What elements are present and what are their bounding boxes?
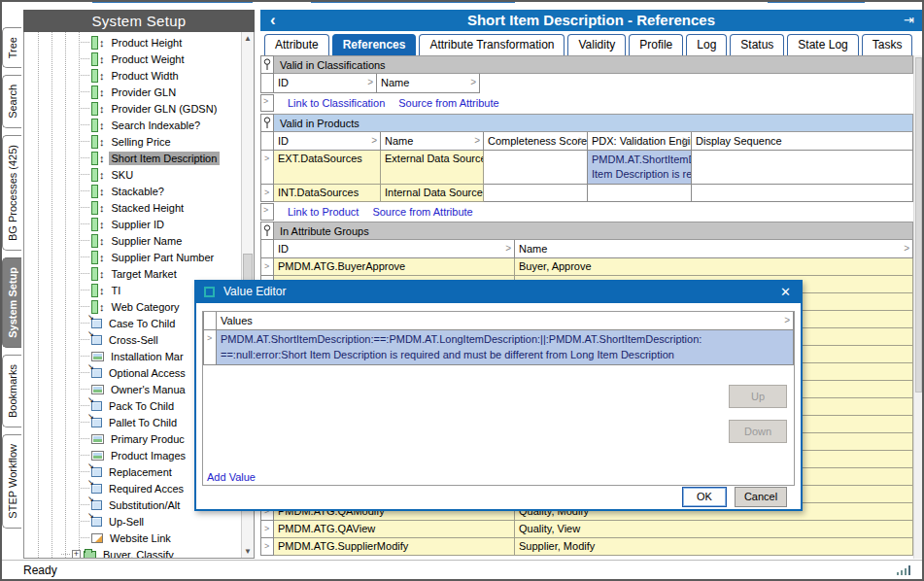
tree-item[interactable]: Search Indexable? [24, 117, 254, 133]
tree-item[interactable]: Buyer, Classify [24, 546, 254, 559]
row-handle[interactable] [260, 258, 274, 276]
cell-id[interactable]: PMDM.ATG.QAView [274, 521, 515, 538]
row-handle[interactable] [260, 151, 274, 185]
panel-tab[interactable]: Attribute Transformation [419, 34, 565, 55]
table-row[interactable]: INT.DataSources Internal Data Sources [260, 185, 913, 202]
column-header-pdx-validation-engine[interactable]: PDX: Validation Engine [588, 132, 692, 151]
column-header-name[interactable]: Name [377, 74, 480, 93]
column-header-id[interactable]: ID [274, 240, 515, 258]
link-to-classification-link[interactable]: Link to Classification [288, 97, 385, 109]
scroll-down-icon[interactable]: ▼ [242, 545, 254, 558]
row-handle[interactable] [260, 185, 274, 202]
column-header-values[interactable]: Values [217, 312, 794, 330]
panel-tab[interactable]: Attribute [264, 34, 329, 55]
dialog-title-bar[interactable]: Value Editor ✕ [196, 282, 801, 303]
attribute-icon [91, 152, 105, 165]
tree-item[interactable]: SKU [24, 166, 254, 183]
tree-item[interactable]: Stackable? [24, 183, 254, 199]
image-icon [91, 352, 104, 361]
left-tab[interactable]: BG Processes (425) [2, 135, 21, 251]
panel-tab[interactable]: References [332, 34, 417, 55]
column-header-name[interactable]: Name [515, 240, 913, 258]
panel-tab[interactable]: Log [686, 34, 727, 55]
cell-name[interactable]: Supplier, Modify [515, 538, 913, 556]
cell-id[interactable]: INT.DataSources [274, 185, 381, 202]
up-button[interactable]: Up [729, 385, 787, 408]
attribute-icon [91, 85, 105, 99]
tree-item[interactable]: Selling Price [24, 133, 254, 150]
add-value-link[interactable]: Add Value [207, 471, 256, 483]
column-header-id[interactable]: ID [274, 74, 377, 93]
down-button[interactable]: Down [729, 420, 787, 443]
section-valid-in-products: Valid in Products [260, 114, 913, 132]
cell-name[interactable]: Quality, View [515, 521, 913, 538]
row-handle[interactable] [260, 538, 274, 556]
cell-completeness-score[interactable] [484, 151, 588, 185]
cell-pdx-validation-engine[interactable]: PMDM.AT.ShortItemDescripti Item Descript… [588, 151, 692, 185]
tree-item-label: Installation Mar [108, 350, 187, 363]
cell-display-sequence[interactable] [692, 185, 913, 202]
row-handle[interactable] [260, 94, 274, 112]
tree-item-label: Provider GLN [109, 85, 180, 99]
cell-completeness-score[interactable] [484, 185, 588, 202]
tree-item[interactable]: Website Link [24, 530, 254, 546]
panel-tab[interactable]: State Log [787, 34, 858, 55]
table-row[interactable]: PMDM.ATG.QAView Quality, View [260, 521, 913, 538]
tree-item-label: Product Width [109, 69, 182, 83]
panel-tab[interactable]: Validity [567, 34, 626, 55]
value-cell[interactable]: PMDM.AT.ShortItemDescription:==:PMDM.AT.… [217, 330, 794, 365]
tree-item[interactable]: Product Width [24, 67, 254, 84]
table-row[interactable]: EXT.DataSources External Data Sources PM… [260, 151, 913, 185]
window-top-fragment [768, 0, 865, 3]
cell-name[interactable]: Internal Data Sources [381, 185, 484, 202]
tree-item[interactable]: Supplier Name [24, 232, 254, 249]
panel-tab[interactable]: Status [730, 34, 784, 55]
table-row[interactable]: PMDM.ATG.BuyerApprove Buyer, Approve [260, 258, 913, 276]
tree-item[interactable]: Supplier Part Number [24, 249, 254, 265]
tree-item[interactable]: Up-Sell [24, 513, 254, 530]
left-tab[interactable]: System Setup [2, 257, 21, 348]
left-tab[interactable]: Tree [2, 27, 21, 68]
tree-item[interactable]: Product Height [24, 34, 254, 51]
cell-id[interactable]: EXT.DataSources [274, 151, 381, 185]
cell-display-sequence[interactable] [692, 151, 913, 185]
scrollbar-thumb[interactable] [915, 57, 922, 393]
attribute-icon [91, 119, 105, 132]
left-tab[interactable]: STEP Workflow [2, 434, 21, 529]
expand-plus-icon[interactable] [72, 550, 81, 559]
tree-item[interactable]: Provider GLN [24, 84, 254, 100]
row-handle[interactable] [260, 203, 274, 221]
tree-item[interactable]: Short Item Description [24, 150, 254, 166]
cell-name[interactable]: Buyer, Approve [515, 258, 913, 276]
table-row[interactable]: PMDM.ATG.SupplierModify Supplier, Modify [260, 538, 913, 556]
chevron-left-icon[interactable]: ‹ [270, 10, 276, 31]
cell-pdx-validation-engine[interactable] [588, 185, 692, 202]
cell-id[interactable]: PMDM.ATG.SupplierModify [274, 538, 515, 556]
scroll-up-icon[interactable]: ▲ [242, 32, 254, 45]
column-header-display-sequence[interactable]: Display Sequence [692, 132, 913, 151]
value-row[interactable]: PMDM.AT.ShortItemDescription:==:PMDM.AT.… [203, 330, 794, 365]
column-header-id[interactable]: ID [274, 132, 381, 151]
link-to-product-link[interactable]: Link to Product [288, 206, 359, 218]
panel-scrollbar[interactable] [913, 55, 922, 559]
close-icon[interactable]: ✕ [780, 282, 791, 302]
row-handle[interactable] [203, 330, 217, 365]
tree-item[interactable]: Supplier ID [24, 216, 254, 232]
left-tab[interactable]: Search [2, 75, 21, 128]
cancel-button[interactable]: Cancel [735, 487, 787, 507]
cell-id[interactable]: PMDM.ATG.BuyerApprove [274, 258, 515, 276]
source-from-attribute-link[interactable]: Source from Attribute [372, 206, 472, 218]
column-header-completeness-score[interactable]: Completeness Score [484, 132, 588, 151]
ok-button[interactable]: OK [682, 487, 727, 507]
pin-panel-icon[interactable]: ⇥ [904, 10, 914, 31]
tree-item[interactable]: Product Weight [24, 51, 254, 67]
source-from-attribute-link[interactable]: Source from Attribute [398, 97, 498, 109]
cell-name[interactable]: External Data Sources [381, 151, 484, 185]
column-header-name[interactable]: Name [381, 132, 484, 151]
panel-tab[interactable]: Profile [629, 34, 683, 55]
left-tab[interactable]: Bookmarks [2, 355, 21, 427]
panel-tab[interactable]: Tasks [862, 34, 913, 55]
tree-item[interactable]: Stacked Height [24, 199, 254, 216]
row-handle[interactable] [260, 521, 274, 538]
tree-item[interactable]: Provider GLN (GDSN) [24, 100, 254, 117]
